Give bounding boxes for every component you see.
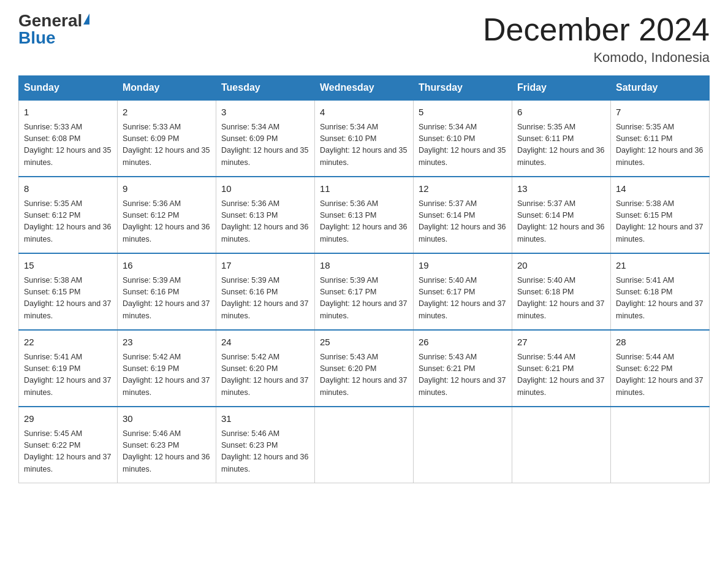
day-number: 5: [419, 105, 507, 120]
week-row-4: 22Sunrise: 5:41 AMSunset: 6:19 PMDayligh…: [19, 330, 710, 407]
calendar-cell: [414, 407, 512, 483]
day-number: 18: [320, 259, 408, 273]
calendar-cell: [512, 407, 611, 483]
calendar-cell: 30Sunrise: 5:46 AMSunset: 6:23 PMDayligh…: [118, 407, 216, 483]
calendar-table: SundayMondayTuesdayWednesdayThursdayFrid…: [18, 75, 710, 483]
day-info: Sunrise: 5:40 AMSunset: 6:18 PMDaylight:…: [517, 275, 605, 323]
day-info: Sunrise: 5:36 AMSunset: 6:13 PMDaylight:…: [320, 198, 408, 246]
day-number: 3: [221, 105, 309, 120]
day-info: Sunrise: 5:34 AMSunset: 6:09 PMDaylight:…: [221, 121, 309, 169]
week-row-1: 1Sunrise: 5:33 AMSunset: 6:08 PMDaylight…: [19, 100, 710, 177]
day-number: 24: [221, 335, 309, 350]
calendar-cell: 4Sunrise: 5:34 AMSunset: 6:10 PMDaylight…: [315, 100, 414, 177]
calendar-cell: 20Sunrise: 5:40 AMSunset: 6:18 PMDayligh…: [512, 253, 611, 330]
calendar-cell: 2Sunrise: 5:33 AMSunset: 6:09 PMDaylight…: [118, 100, 216, 177]
day-number: 2: [123, 105, 211, 120]
day-number: 10: [221, 182, 309, 196]
day-info: Sunrise: 5:41 AMSunset: 6:18 PMDaylight:…: [616, 275, 704, 323]
day-info: Sunrise: 5:42 AMSunset: 6:20 PMDaylight:…: [221, 351, 309, 399]
calendar-cell: 5Sunrise: 5:34 AMSunset: 6:10 PMDaylight…: [414, 100, 512, 177]
day-number: 26: [419, 335, 507, 350]
logo-blue-text: Blue: [18, 29, 56, 47]
day-info: Sunrise: 5:35 AMSunset: 6:11 PMDaylight:…: [517, 121, 605, 169]
day-info: Sunrise: 5:45 AMSunset: 6:22 PMDaylight:…: [24, 428, 112, 476]
calendar-cell: 11Sunrise: 5:36 AMSunset: 6:13 PMDayligh…: [315, 177, 414, 253]
header-day-friday: Friday: [512, 76, 611, 101]
day-info: Sunrise: 5:36 AMSunset: 6:13 PMDaylight:…: [221, 198, 309, 246]
calendar-cell: 28Sunrise: 5:44 AMSunset: 6:22 PMDayligh…: [611, 330, 710, 407]
day-number: 30: [123, 412, 211, 426]
day-number: 31: [221, 412, 309, 426]
day-info: Sunrise: 5:39 AMSunset: 6:16 PMDaylight:…: [123, 275, 211, 323]
day-info: Sunrise: 5:44 AMSunset: 6:21 PMDaylight:…: [517, 351, 605, 399]
logo-triangle-icon: [83, 13, 89, 25]
calendar-cell: [315, 407, 414, 483]
location-label: Komodo, Indonesia: [483, 50, 710, 66]
day-number: 21: [616, 259, 704, 273]
calendar-cell: 29Sunrise: 5:45 AMSunset: 6:22 PMDayligh…: [19, 407, 118, 483]
day-info: Sunrise: 5:38 AMSunset: 6:15 PMDaylight:…: [616, 198, 704, 246]
day-number: 4: [320, 105, 408, 120]
calendar-cell: 18Sunrise: 5:39 AMSunset: 6:17 PMDayligh…: [315, 253, 414, 330]
calendar-cell: 19Sunrise: 5:40 AMSunset: 6:17 PMDayligh…: [414, 253, 512, 330]
day-number: 23: [123, 335, 211, 350]
day-info: Sunrise: 5:35 AMSunset: 6:11 PMDaylight:…: [616, 121, 704, 169]
day-info: Sunrise: 5:43 AMSunset: 6:21 PMDaylight:…: [419, 351, 507, 399]
calendar-cell: [611, 407, 710, 483]
day-info: Sunrise: 5:46 AMSunset: 6:23 PMDaylight:…: [221, 428, 309, 476]
calendar-cell: 10Sunrise: 5:36 AMSunset: 6:13 PMDayligh…: [216, 177, 315, 253]
header-day-monday: Monday: [118, 76, 216, 101]
title-area: December 2024 Komodo, Indonesia: [483, 12, 710, 66]
calendar-cell: 17Sunrise: 5:39 AMSunset: 6:16 PMDayligh…: [216, 253, 315, 330]
day-number: 1: [24, 105, 112, 120]
calendar-cell: 12Sunrise: 5:37 AMSunset: 6:14 PMDayligh…: [414, 177, 512, 253]
calendar-cell: 15Sunrise: 5:38 AMSunset: 6:15 PMDayligh…: [19, 253, 118, 330]
header-day-saturday: Saturday: [611, 76, 710, 101]
day-number: 19: [419, 259, 507, 273]
calendar-cell: 1Sunrise: 5:33 AMSunset: 6:08 PMDaylight…: [19, 100, 118, 177]
calendar-cell: 22Sunrise: 5:41 AMSunset: 6:19 PMDayligh…: [19, 330, 118, 407]
month-title: December 2024: [483, 12, 710, 47]
calendar-cell: 25Sunrise: 5:43 AMSunset: 6:20 PMDayligh…: [315, 330, 414, 407]
day-number: 13: [517, 182, 605, 196]
day-info: Sunrise: 5:37 AMSunset: 6:14 PMDaylight:…: [419, 198, 507, 246]
day-info: Sunrise: 5:39 AMSunset: 6:17 PMDaylight:…: [320, 275, 408, 323]
calendar-cell: 3Sunrise: 5:34 AMSunset: 6:09 PMDaylight…: [216, 100, 315, 177]
calendar-cell: 8Sunrise: 5:35 AMSunset: 6:12 PMDaylight…: [19, 177, 118, 253]
day-info: Sunrise: 5:33 AMSunset: 6:08 PMDaylight:…: [24, 121, 112, 169]
calendar-cell: 26Sunrise: 5:43 AMSunset: 6:21 PMDayligh…: [414, 330, 512, 407]
calendar-cell: 24Sunrise: 5:42 AMSunset: 6:20 PMDayligh…: [216, 330, 315, 407]
calendar-cell: 31Sunrise: 5:46 AMSunset: 6:23 PMDayligh…: [216, 407, 315, 483]
day-info: Sunrise: 5:41 AMSunset: 6:19 PMDaylight:…: [24, 351, 112, 399]
calendar-cell: 21Sunrise: 5:41 AMSunset: 6:18 PMDayligh…: [611, 253, 710, 330]
day-number: 14: [616, 182, 704, 196]
day-number: 7: [616, 105, 704, 120]
day-info: Sunrise: 5:37 AMSunset: 6:14 PMDaylight:…: [517, 198, 605, 246]
day-info: Sunrise: 5:40 AMSunset: 6:17 PMDaylight:…: [419, 275, 507, 323]
day-number: 11: [320, 182, 408, 196]
day-info: Sunrise: 5:43 AMSunset: 6:20 PMDaylight:…: [320, 351, 408, 399]
calendar-cell: 13Sunrise: 5:37 AMSunset: 6:14 PMDayligh…: [512, 177, 611, 253]
header-day-tuesday: Tuesday: [216, 76, 315, 101]
day-info: Sunrise: 5:46 AMSunset: 6:23 PMDaylight:…: [123, 428, 211, 476]
calendar-cell: 27Sunrise: 5:44 AMSunset: 6:21 PMDayligh…: [512, 330, 611, 407]
day-number: 8: [24, 182, 112, 196]
day-info: Sunrise: 5:34 AMSunset: 6:10 PMDaylight:…: [320, 121, 408, 169]
calendar-cell: 6Sunrise: 5:35 AMSunset: 6:11 PMDaylight…: [512, 100, 611, 177]
calendar-cell: 9Sunrise: 5:36 AMSunset: 6:12 PMDaylight…: [118, 177, 216, 253]
calendar-cell: 16Sunrise: 5:39 AMSunset: 6:16 PMDayligh…: [118, 253, 216, 330]
day-info: Sunrise: 5:42 AMSunset: 6:19 PMDaylight:…: [123, 351, 211, 399]
day-info: Sunrise: 5:44 AMSunset: 6:22 PMDaylight:…: [616, 351, 704, 399]
day-number: 9: [123, 182, 211, 196]
calendar-cell: 23Sunrise: 5:42 AMSunset: 6:19 PMDayligh…: [118, 330, 216, 407]
calendar-cell: 7Sunrise: 5:35 AMSunset: 6:11 PMDaylight…: [611, 100, 710, 177]
day-info: Sunrise: 5:33 AMSunset: 6:09 PMDaylight:…: [123, 121, 211, 169]
day-number: 15: [24, 259, 112, 273]
day-info: Sunrise: 5:34 AMSunset: 6:10 PMDaylight:…: [419, 121, 507, 169]
day-number: 25: [320, 335, 408, 350]
day-number: 28: [616, 335, 704, 350]
day-info: Sunrise: 5:39 AMSunset: 6:16 PMDaylight:…: [221, 275, 309, 323]
header-row: SundayMondayTuesdayWednesdayThursdayFrid…: [19, 76, 710, 101]
page-header: General Blue December 2024 Komodo, Indon…: [18, 12, 710, 66]
header-day-sunday: Sunday: [19, 76, 118, 101]
